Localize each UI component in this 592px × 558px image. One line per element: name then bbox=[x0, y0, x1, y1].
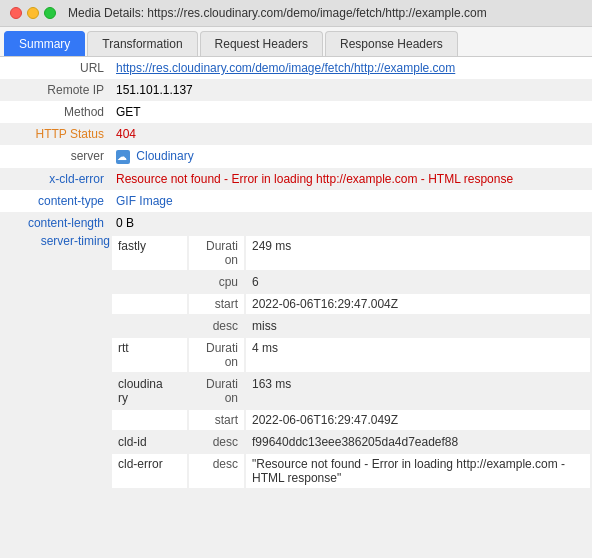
x-cld-error-label: x-cld-error bbox=[0, 168, 110, 190]
tab-request-headers[interactable]: Request Headers bbox=[200, 31, 323, 56]
cloudinary-start-key: start bbox=[189, 410, 244, 430]
maximize-button[interactable] bbox=[44, 7, 56, 19]
table-row: rtt Duration 4 ms bbox=[112, 338, 590, 372]
cld-error-desc-key: desc bbox=[189, 454, 244, 488]
rtt-duration-value: 4 ms bbox=[246, 338, 590, 372]
cloudinary-icon bbox=[116, 150, 130, 164]
fastly-duration-key: Duration bbox=[189, 236, 244, 270]
table-row: desc miss bbox=[112, 316, 590, 336]
fastly-empty1 bbox=[112, 272, 187, 292]
cloudinary-duration-value: 163 ms bbox=[246, 374, 590, 408]
http-status-value: 404 bbox=[110, 123, 592, 145]
table-row: x-cld-error Resource not found - Error i… bbox=[0, 168, 592, 190]
cloudinary-label: cloudinary bbox=[112, 374, 187, 408]
content-type-label: content-type bbox=[0, 190, 110, 212]
table-row: URL https://res.cloudinary.com/demo/imag… bbox=[0, 57, 592, 79]
rtt-duration-key: Duration bbox=[189, 338, 244, 372]
server-name: Cloudinary bbox=[136, 149, 193, 163]
fastly-empty2 bbox=[112, 294, 187, 314]
title-bar: Media Details: https://res.cloudinary.co… bbox=[0, 0, 592, 27]
table-row: content-length 0 B bbox=[0, 212, 592, 234]
fastly-cpu-value: 6 bbox=[246, 272, 590, 292]
traffic-lights bbox=[10, 7, 56, 19]
tab-response-headers[interactable]: Response Headers bbox=[325, 31, 458, 56]
table-row: Method GET bbox=[0, 101, 592, 123]
table-row: start 2022-06-06T16:29:47.049Z bbox=[112, 410, 590, 430]
url-label: URL bbox=[0, 57, 110, 79]
close-button[interactable] bbox=[10, 7, 22, 19]
server-timing-row: server-timing fastly Duration 249 ms cpu… bbox=[0, 234, 592, 490]
cld-error-desc-value: "Resource not found - Error in loading h… bbox=[246, 454, 590, 488]
remote-ip-label: Remote IP bbox=[0, 79, 110, 101]
content-type-value: GIF Image bbox=[110, 190, 592, 212]
cld-id-desc-value: f99640ddc13eee386205da4d7eadef88 bbox=[246, 432, 590, 452]
http-status-label: HTTP Status bbox=[0, 123, 110, 145]
tab-transformation[interactable]: Transformation bbox=[87, 31, 197, 56]
server-label: server bbox=[0, 145, 110, 168]
url-link[interactable]: https://res.cloudinary.com/demo/image/fe… bbox=[116, 61, 455, 75]
server-timing-label: server-timing bbox=[0, 234, 110, 490]
content-length-value: 0 B bbox=[110, 212, 592, 234]
server-value: Cloudinary bbox=[110, 145, 592, 168]
server-timing-table: fastly Duration 249 ms cpu 6 start 2022-… bbox=[110, 234, 592, 490]
table-row: HTTP Status 404 bbox=[0, 123, 592, 145]
fastly-start-key: start bbox=[189, 294, 244, 314]
fastly-duration-value: 249 ms bbox=[246, 236, 590, 270]
window-title: Media Details: https://res.cloudinary.co… bbox=[68, 6, 487, 20]
content-length-label: content-length bbox=[0, 212, 110, 234]
table-row: cld-id desc f99640ddc13eee386205da4d7ead… bbox=[112, 432, 590, 452]
rtt-label: rtt bbox=[112, 338, 187, 372]
fastly-start-value: 2022-06-06T16:29:47.004Z bbox=[246, 294, 590, 314]
cld-id-desc-key: desc bbox=[189, 432, 244, 452]
info-table: URL https://res.cloudinary.com/demo/imag… bbox=[0, 57, 592, 490]
remote-ip-value: 151.101.1.137 bbox=[110, 79, 592, 101]
table-row: fastly Duration 249 ms bbox=[112, 236, 590, 270]
server-timing-content: fastly Duration 249 ms cpu 6 start 2022-… bbox=[110, 234, 592, 490]
table-row: server Cloudinary bbox=[0, 145, 592, 168]
cld-error-label: cld-error bbox=[112, 454, 187, 488]
method-value: GET bbox=[110, 101, 592, 123]
table-row: cld-error desc "Resource not found - Err… bbox=[112, 454, 590, 488]
method-label: Method bbox=[0, 101, 110, 123]
cloudinary-duration-key: Duration bbox=[189, 374, 244, 408]
table-row: cloudinary Duration 163 ms bbox=[112, 374, 590, 408]
table-row: Remote IP 151.101.1.137 bbox=[0, 79, 592, 101]
table-row: cpu 6 bbox=[112, 272, 590, 292]
table-row: start 2022-06-06T16:29:47.004Z bbox=[112, 294, 590, 314]
tab-summary[interactable]: Summary bbox=[4, 31, 85, 56]
x-cld-error-value: Resource not found - Error in loading ht… bbox=[110, 168, 592, 190]
table-row: content-type GIF Image bbox=[0, 190, 592, 212]
cld-id-label: cld-id bbox=[112, 432, 187, 452]
cloudinary-empty1 bbox=[112, 410, 187, 430]
fastly-label: fastly bbox=[112, 236, 187, 270]
fastly-desc-value: miss bbox=[246, 316, 590, 336]
fastly-desc-key: desc bbox=[189, 316, 244, 336]
fastly-cpu-key: cpu bbox=[189, 272, 244, 292]
cloudinary-start-value: 2022-06-06T16:29:47.049Z bbox=[246, 410, 590, 430]
tab-bar: Summary Transformation Request Headers R… bbox=[0, 27, 592, 57]
minimize-button[interactable] bbox=[27, 7, 39, 19]
url-value[interactable]: https://res.cloudinary.com/demo/image/fe… bbox=[110, 57, 592, 79]
fastly-empty3 bbox=[112, 316, 187, 336]
summary-content: URL https://res.cloudinary.com/demo/imag… bbox=[0, 57, 592, 490]
